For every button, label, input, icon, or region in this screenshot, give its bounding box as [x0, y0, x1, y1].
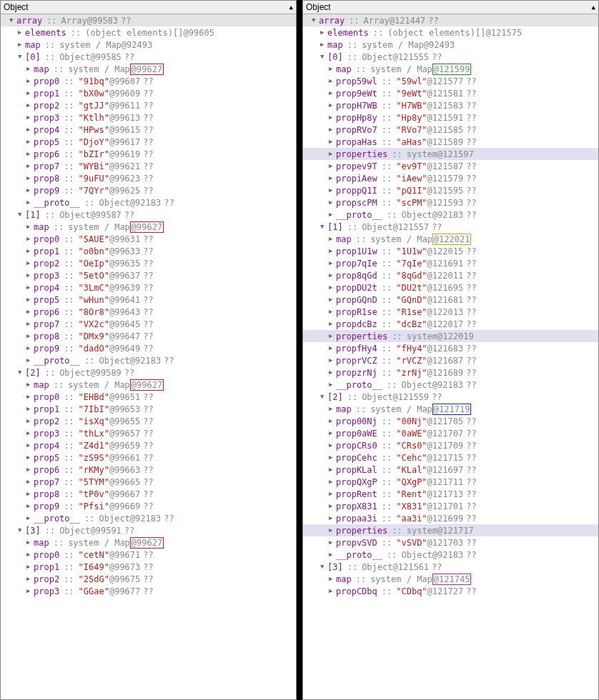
expand-closed-icon[interactable]: ▶ [329, 357, 336, 364]
tree-row[interactable]: ▶prop8qGd::"8qGd" @122011?? [303, 269, 598, 281]
tree-row[interactable]: ▶prop1U1w::"1U1w" @122015?? [303, 245, 598, 257]
expand-closed-icon[interactable]: ▶ [329, 151, 336, 157]
expand-closed-icon[interactable]: ▶ [26, 503, 34, 509]
tree-row[interactable]: ▶prop5::"zS9S" @99661?? [1, 451, 296, 464]
expand-open-icon[interactable]: ▼ [320, 394, 327, 400]
expand-closed-icon[interactable]: ▶ [26, 564, 34, 570]
tree-row[interactable]: ▼array::Array @99583?? [1, 14, 296, 26]
expand-closed-icon[interactable]: ▶ [329, 588, 336, 594]
tree-row[interactable]: ▶prop1::"bX0w" @99609?? [1, 87, 296, 99]
tree-row[interactable]: ▶map::system / Map @122021 [303, 233, 598, 245]
tree-row[interactable]: ▶propdcBz::"dcBz" @122017?? [303, 318, 598, 330]
expand-closed-icon[interactable]: ▶ [26, 454, 34, 461]
expand-closed-icon[interactable]: ▶ [26, 163, 34, 169]
tree-row[interactable]: ▶prop4::"HPws" @99615?? [1, 124, 296, 136]
expand-open-icon[interactable]: ▼ [320, 564, 327, 570]
expand-closed-icon[interactable]: ▶ [26, 333, 34, 339]
tree-row[interactable]: ▶propscPM::"scPM" @121593?? [303, 196, 598, 209]
tree-row[interactable]: ▼[3]::Object @99591?? [1, 524, 296, 536]
tree-row[interactable]: ▶prop8::"tP0v" @99667?? [1, 488, 296, 500]
expand-closed-icon[interactable]: ▶ [18, 29, 25, 36]
expand-open-icon[interactable]: ▼ [18, 54, 25, 60]
expand-closed-icon[interactable]: ▶ [26, 114, 34, 121]
expand-closed-icon[interactable]: ▶ [320, 29, 327, 36]
expand-closed-icon[interactable]: ▶ [329, 199, 336, 206]
expand-closed-icon[interactable]: ▶ [26, 539, 34, 546]
tree-row[interactable]: ▶propRVo7::"RVo7" @121585?? [303, 124, 598, 136]
expand-closed-icon[interactable]: ▶ [329, 187, 336, 194]
tree-row[interactable]: ▼[1]::Object @99587?? [1, 209, 296, 221]
expand-closed-icon[interactable]: ▶ [329, 284, 336, 291]
tree-row[interactable]: ▶prop3::"GGae" @99677?? [1, 585, 296, 597]
tree-row[interactable]: ▶prop2::"isXq" @99655?? [1, 415, 296, 427]
tree-row[interactable]: ▶propCDbq::"CDbq" @121727?? [303, 585, 598, 597]
expand-closed-icon[interactable]: ▶ [26, 576, 34, 582]
tree-row[interactable]: ▶map::system / Map @92493 [303, 39, 598, 51]
expand-open-icon[interactable]: ▼ [9, 17, 16, 24]
panel-header[interactable]: Object ▲ [1, 1, 296, 14]
tree-row[interactable]: ▼array::Array @121447?? [303, 14, 598, 26]
tree-row[interactable]: ▼[2]::Object @121559?? [303, 391, 598, 403]
expand-closed-icon[interactable]: ▶ [26, 491, 34, 497]
expand-closed-icon[interactable]: ▶ [329, 102, 336, 109]
expand-closed-icon[interactable]: ▶ [26, 418, 34, 424]
tree-row[interactable]: ▶prop9::"Pfsi" @99669?? [1, 500, 296, 512]
tree-row[interactable]: ▶properties::system @122019 [303, 330, 598, 342]
tree-row[interactable]: ▶propaHas::"aHas" @121589?? [303, 136, 598, 148]
tree-row[interactable]: ▶elements::(object elements)[] @99605 [1, 26, 296, 39]
expand-open-icon[interactable]: ▼ [312, 17, 319, 24]
tree-row[interactable]: ▶prop4::"3LmC" @99639?? [1, 281, 296, 294]
tree-row[interactable]: ▶prop3::"Ktlh" @99613?? [1, 111, 296, 124]
tree-row[interactable]: ▶prop7::"WYBi" @99621?? [1, 160, 296, 172]
expand-closed-icon[interactable]: ▶ [26, 272, 34, 279]
tree-row[interactable]: ▶proppQ1I::"pQ1I" @121595?? [303, 184, 598, 196]
tree-row[interactable]: ▶map::system / Map @99627 [1, 221, 296, 233]
expand-closed-icon[interactable]: ▶ [320, 41, 327, 48]
tree-row[interactable]: ▶prop9::"dadO" @99649?? [1, 342, 296, 354]
sort-icon[interactable]: ▲ [289, 4, 293, 11]
expand-closed-icon[interactable]: ▶ [26, 296, 34, 303]
expand-closed-icon[interactable]: ▶ [26, 394, 34, 400]
expand-closed-icon[interactable]: ▶ [329, 345, 336, 351]
tree-row[interactable]: ▶prop6::"bZIr" @99619?? [1, 148, 296, 160]
expand-closed-icon[interactable]: ▶ [26, 199, 34, 206]
tree-row[interactable]: ▼[0]::Object @121555?? [303, 51, 598, 63]
expand-closed-icon[interactable]: ▶ [329, 454, 336, 461]
expand-closed-icon[interactable]: ▶ [329, 503, 336, 509]
tree-row[interactable]: ▶propiAew::"iAew" @121579?? [303, 172, 598, 184]
expand-closed-icon[interactable]: ▶ [329, 527, 336, 534]
tree-row[interactable]: ▶__proto__::Object @92183?? [303, 379, 598, 391]
tree-row[interactable]: ▶map::system / Map @121745 [303, 573, 598, 585]
tree-row[interactable]: ▶__proto__::Object @92183?? [303, 549, 598, 561]
expand-closed-icon[interactable]: ▶ [329, 272, 336, 279]
tree-row[interactable]: ▶map::system / Map @99627 [1, 379, 296, 391]
tree-row[interactable]: ▶propCehc::"Cehc" @121715?? [303, 451, 598, 464]
tree-row[interactable]: ▶propR1se::"R1se" @122013?? [303, 306, 598, 318]
expand-closed-icon[interactable]: ▶ [26, 248, 34, 254]
expand-closed-icon[interactable]: ▶ [329, 369, 336, 376]
expand-closed-icon[interactable]: ▶ [329, 139, 336, 145]
expand-closed-icon[interactable]: ▶ [26, 430, 34, 436]
tree-row[interactable]: ▶proprVCZ::"rVCZ" @121687?? [303, 354, 598, 366]
tree-row[interactable]: ▶prop0::"EHBd" @99651?? [1, 391, 296, 403]
tree-row[interactable]: ▼[3]::Object @121561?? [303, 561, 598, 573]
expand-closed-icon[interactable]: ▶ [329, 515, 336, 521]
expand-closed-icon[interactable]: ▶ [26, 175, 34, 181]
expand-closed-icon[interactable]: ▶ [329, 248, 336, 254]
tree-row[interactable]: ▶prop2::"OeIp" @99635?? [1, 257, 296, 269]
expand-closed-icon[interactable]: ▶ [329, 78, 336, 84]
expand-closed-icon[interactable]: ▶ [329, 114, 336, 121]
expand-closed-icon[interactable]: ▶ [329, 333, 336, 339]
tree-row[interactable]: ▶prop3::"thLx" @99657?? [1, 427, 296, 439]
expand-closed-icon[interactable]: ▶ [329, 175, 336, 181]
tree-row[interactable]: ▶prop9eWt::"9eWt" @121581?? [303, 87, 598, 99]
expand-closed-icon[interactable]: ▶ [26, 260, 34, 266]
expand-closed-icon[interactable]: ▶ [26, 551, 34, 558]
expand-closed-icon[interactable]: ▶ [329, 442, 336, 449]
tree-row[interactable]: ▶prop7::"5TYM" @99665?? [1, 476, 296, 488]
expand-open-icon[interactable]: ▼ [18, 369, 25, 376]
expand-closed-icon[interactable]: ▶ [26, 345, 34, 351]
object-tree-right[interactable]: ▼array::Array @121447??▶elements::(objec… [303, 14, 598, 597]
expand-closed-icon[interactable]: ▶ [26, 309, 34, 315]
tree-row[interactable]: ▶__proto__::Object @92183?? [303, 209, 598, 221]
